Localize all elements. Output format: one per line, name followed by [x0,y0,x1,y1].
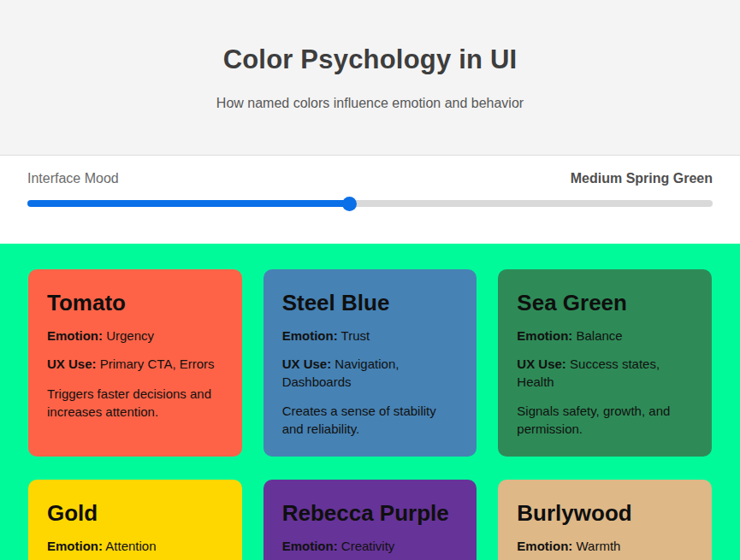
color-card-title: Rebecca Purple [282,500,459,527]
mood-label: Interface Mood [27,171,119,186]
color-card-title: Steel Blue [282,290,459,316]
color-card-title: Sea Green [517,290,693,316]
page-subtitle: How named colors influence emotion and b… [17,96,723,111]
color-card-description: Triggers faster decisions and increases … [47,385,223,421]
color-card-sea-green: Sea Green Emotion: Balance UX Use: Succe… [498,269,712,457]
color-card-title: Burlywood [517,500,693,527]
color-card-burlywood: Burlywood Emotion: Warmth UX Use: Backgr… [498,480,712,560]
emotion-value: Trust [341,328,370,343]
emotion-label: Emotion: [517,539,572,553]
color-card-emotion: Emotion: Balance [517,327,693,345]
emotion-value: Attention [105,539,156,553]
color-card-description: Signals safety, growth, and permission. [517,402,693,438]
color-card-tomato: Tomato Emotion: Urgency UX Use: Primary … [28,269,242,457]
color-card-description: Creates a sense of stability and reliabi… [282,402,459,438]
ux-label: UX Use: [517,357,566,371]
page-title: Color Psychology in UI [17,44,723,75]
ux-label: UX Use: [282,357,332,371]
color-card-emotion: Emotion: Attention [47,538,223,555]
color-card-ux: UX Use: Primary CTA, Errors [47,356,223,373]
ux-value: Primary CTA, Errors [100,357,215,371]
color-cards-grid: Tomato Emotion: Urgency UX Use: Primary … [28,269,712,560]
emotion-label: Emotion: [517,328,572,343]
color-card-emotion: Emotion: Trust [282,327,459,345]
page: Color Psychology in UI How named colors … [0,0,740,560]
color-card-rebecca-purple: Rebecca Purple Emotion: Creativity UX Us… [263,480,477,560]
header: Color Psychology in UI How named colors … [0,0,740,156]
mood-value: Medium Spring Green [571,171,713,186]
color-card-emotion: Emotion: Creativity [282,538,459,555]
emotion-label: Emotion: [47,539,103,553]
ux-label: UX Use: [47,357,97,371]
color-card-ux: UX Use: Navigation, Dashboards [282,356,459,391]
color-card-title: Gold [47,500,223,527]
emotion-label: Emotion: [282,539,338,553]
emotion-label: Emotion: [282,328,338,343]
mood-row: Interface Mood Medium Spring Green [27,171,713,186]
color-card-gold: Gold Emotion: Attention UX Use: Highligh… [28,480,242,560]
emotion-value: Creativity [341,539,395,553]
color-card-emotion: Emotion: Warmth [517,538,693,555]
color-card-ux: UX Use: Success states, Health [517,356,693,391]
emotion-value: Urgency [106,328,154,343]
color-cards-section: Tomato Emotion: Urgency UX Use: Primary … [0,244,740,560]
color-card-emotion: Emotion: Urgency [47,327,223,345]
color-card-steel-blue: Steel Blue Emotion: Trust UX Use: Naviga… [263,269,477,457]
color-card-title: Tomato [47,290,223,316]
emotion-label: Emotion: [47,328,103,343]
emotion-value: Warmth [577,539,621,553]
mood-section: Interface Mood Medium Spring Green [0,156,740,244]
emotion-value: Balance [577,328,623,343]
mood-slider[interactable] [27,200,713,207]
